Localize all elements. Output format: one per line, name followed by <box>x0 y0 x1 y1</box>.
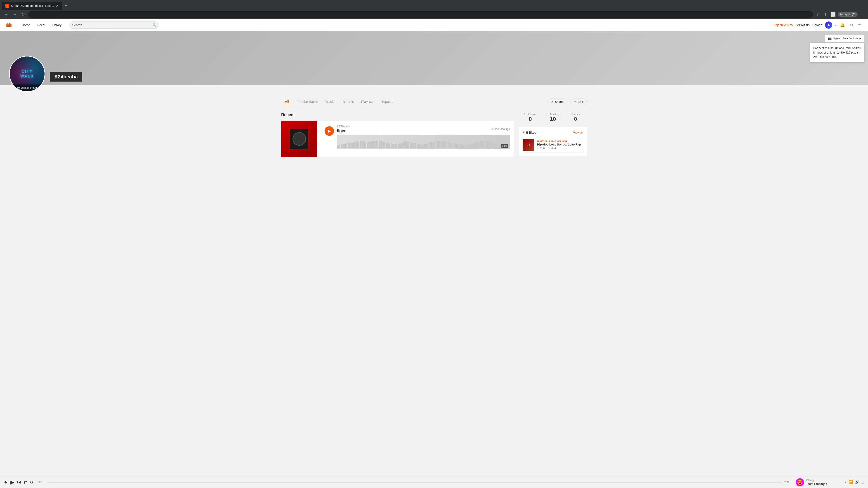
bookmark-button[interactable]: ☆ <box>815 11 822 18</box>
user-avatar[interactable]: A <box>825 22 832 29</box>
following-label: Following <box>541 112 564 116</box>
search-input[interactable] <box>69 22 159 29</box>
messages-button[interactable]: ✉ <box>848 22 854 29</box>
tab-all[interactable]: All <box>281 96 293 107</box>
profile-avatar: CITYWALK 📷 Upload image <box>9 56 45 92</box>
player-play-button[interactable]: ▶ <box>10 480 14 485</box>
svg-rect-0 <box>6 24 6 27</box>
close-tab-button[interactable]: ✕ <box>56 4 59 8</box>
like-item-likes: ♥ 21.6K <box>537 147 547 150</box>
like-item-reposts: ↻ 494 <box>548 147 556 150</box>
current-time: 0:00 <box>37 481 45 484</box>
more-options-button[interactable]: ••• <box>857 22 863 28</box>
header-background <box>0 31 868 85</box>
browser-toolbar: ← → ↻ soundcloud.com/a24beaba ☆ ⬇ ⬜ Inco… <box>0 10 868 19</box>
upload-header-image-button[interactable]: 📷 Upload header image <box>825 35 864 42</box>
download-button[interactable]: ⬇ <box>822 11 829 18</box>
profile-avatar-area: CITYWALK 📷 Upload image <box>9 56 45 92</box>
player-bar: ⏮ ▶ ⏭ ⇄ ↺ 0:00 2:48 😍 Wavey Trust Freest… <box>0 476 868 488</box>
tab-tracks[interactable]: Tracks <box>322 96 339 107</box>
track-title-label: tiger <box>337 129 350 133</box>
track-card: ▶ A24beaba tiger 55 minutes ago <box>281 121 514 157</box>
address-bar[interactable]: soundcloud.com/a24beaba <box>28 11 813 18</box>
tab-albums[interactable]: Albums <box>339 96 358 107</box>
main-nav: Home Feed Library 🔍 Try Next Pro For Art… <box>0 19 868 31</box>
tab-reposts[interactable]: Reposts <box>377 96 397 107</box>
edit-button[interactable]: ✏ Edit <box>570 98 587 105</box>
svg-rect-4 <box>10 24 11 27</box>
nav-feed[interactable]: Feed <box>34 19 48 31</box>
extensions-button[interactable]: ⬜ <box>829 11 837 18</box>
tab-playlists[interactable]: Playlists <box>358 96 377 107</box>
tab-favicon: ♪ <box>5 4 9 8</box>
player-like-button[interactable]: ♥ <box>845 480 847 484</box>
browser-tabs-bar: ♪ Stream A24beaba music | Liste... ✕ + <box>0 0 868 10</box>
sidebar: Followers 0 Following 10 Tracks 0 <box>519 112 587 157</box>
profile-tabs-row: All Popular tracks Tracks Albums Playlis… <box>281 96 587 107</box>
waveform[interactable]: 2:01 <box>337 135 510 149</box>
track-time-ago: 55 minutes ago <box>491 127 510 131</box>
nav-library[interactable]: Library <box>48 19 65 31</box>
tracks-stat-value: 0 <box>564 116 587 122</box>
tab-popular-tracks[interactable]: Popular tracks <box>293 96 322 107</box>
like-item-meta: ♥ 21.6K ↻ 494 <box>537 147 583 150</box>
player-track-info: 😍 Wavey Trust Freestyle <box>796 478 841 486</box>
artwork-inner <box>281 121 317 157</box>
profile-content: All Popular tracks Tracks Albums Playlis… <box>276 96 592 157</box>
avatar-chevron-icon[interactable]: ▾ <box>835 24 836 27</box>
nav-right: Try Next Pro For Artists Upload A ▾ 🔔 ✉ … <box>774 22 863 29</box>
artwork-figure-circle <box>292 132 306 146</box>
player-next-button[interactable]: ⏭ <box>17 480 21 485</box>
heart-icon: ♥ <box>523 130 525 134</box>
svg-rect-2 <box>8 24 9 27</box>
like-item[interactable]: ♫ Hustle: Rap & Hip-Hop Hip-Hop Love Son… <box>523 137 583 153</box>
nav-home[interactable]: Home <box>18 19 34 31</box>
stat-followers: Followers 0 <box>519 112 541 122</box>
player-repost-button[interactable]: 🔁 <box>848 480 853 484</box>
following-value: 10 <box>541 116 564 122</box>
new-tab-button[interactable]: + <box>63 2 69 9</box>
upload-link[interactable]: Upload <box>812 23 822 27</box>
player-actions: ♥ 🔁 🔊 ☰ <box>845 480 865 484</box>
menu-button[interactable]: ⋮ <box>859 11 865 18</box>
followers-label: Followers <box>519 112 541 116</box>
view-all-likes-link[interactable]: View all <box>573 131 583 134</box>
progress-bar[interactable] <box>47 482 782 483</box>
player-previous-button[interactable]: ⏮ <box>4 480 8 485</box>
refresh-button[interactable]: ↻ <box>20 11 26 18</box>
main-content: Recent ▶ <box>281 112 514 157</box>
upload-avatar-button[interactable]: 📷 Upload image <box>10 85 44 91</box>
profile-tab-actions: ↗ Share ✏ Edit <box>547 98 587 105</box>
likes-section: ♥ 5 likes View all ♫ Hustle: Rap & Hip-H… <box>519 127 587 156</box>
stats-row: Followers 0 Following 10 Tracks 0 <box>519 112 587 122</box>
svg-rect-5 <box>11 24 12 27</box>
likes-title-row: ♥ 5 likes <box>523 130 536 134</box>
player-shuffle-button[interactable]: ⇄ <box>24 480 27 485</box>
back-button[interactable]: ← <box>3 11 9 18</box>
incognito-badge: Incognito (2) <box>838 12 858 17</box>
player-volume-button[interactable]: 🔊 <box>855 480 860 484</box>
upload-header-tooltip: For best results, upload PNG or JPG imag… <box>810 43 864 62</box>
camera-small-icon: 📷 <box>17 86 20 90</box>
forward-button[interactable]: → <box>11 11 18 18</box>
profile-username: A24beaba <box>50 72 82 82</box>
share-button[interactable]: ↗ Share <box>547 98 567 105</box>
for-artists-link[interactable]: For Artists <box>796 23 810 27</box>
player-controls: ⏮ ▶ ⏭ ⇄ ↺ <box>4 480 33 485</box>
try-next-pro-link[interactable]: Try Next Pro <box>774 23 793 27</box>
followers-value: 0 <box>519 116 541 122</box>
search-icon: 🔍 <box>153 23 156 27</box>
notifications-button[interactable]: 🔔 <box>839 22 846 29</box>
active-tab[interactable]: ♪ Stream A24beaba music | Liste... ✕ <box>2 2 62 10</box>
track-artwork <box>281 121 317 157</box>
like-item-genre: Hustle: Rap & Hip-Hop <box>537 140 583 143</box>
camera-icon: 📷 <box>828 37 832 40</box>
player-repeat-button[interactable]: ↺ <box>30 480 33 485</box>
player-text-info: Wavey Trust Freestyle <box>806 479 827 486</box>
track-card-inner: ▶ A24beaba tiger 55 minutes ago <box>321 121 514 157</box>
player-queue-button[interactable]: ☰ <box>861 480 864 484</box>
like-item-title: Hip-Hop Love Songs: Love Rap <box>537 143 583 146</box>
soundcloud-app: Home Feed Library 🔍 Try Next Pro For Art… <box>0 19 868 488</box>
soundcloud-logo[interactable] <box>5 21 13 29</box>
track-play-button[interactable]: ▶ <box>324 126 334 136</box>
